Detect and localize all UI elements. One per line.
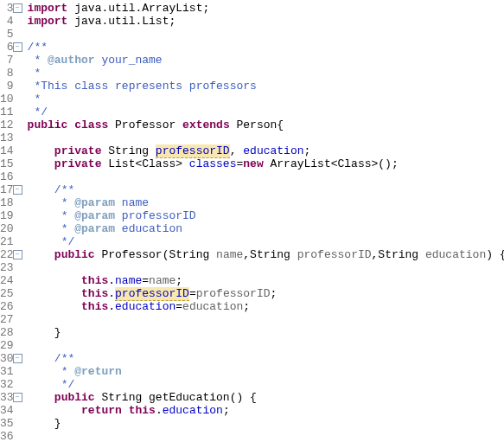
line-number: 36 [0,430,16,442]
code-token [28,222,54,235]
code-line[interactable]: public class Professor extends Person{ [28,119,504,131]
line-number: 3− [0,2,16,15]
code-token: * [54,196,74,209]
code-line[interactable]: /** [28,183,504,196]
code-token: import [28,15,68,28]
code-line[interactable]: * @author your_name [28,54,504,67]
code-token [28,391,54,404]
code-line[interactable]: */ [28,378,504,391]
code-token: /** [54,183,74,196]
code-line[interactable]: } [28,417,504,430]
code-token: * [28,67,41,80]
code-token [28,300,81,313]
code-token: @param [74,209,115,222]
code-token: education [163,404,223,417]
line-number: 14 [0,144,16,157]
code-token: classes [189,157,237,170]
code-line[interactable] [28,261,504,274]
code-line[interactable]: return this.education; [28,404,504,417]
line-number: 33− [0,391,16,404]
fold-toggle-icon[interactable]: − [13,42,22,52]
code-line[interactable]: private List<Class> classes=new ArrayLis… [28,157,504,170]
fold-toggle-icon[interactable]: − [13,354,22,363]
line-number: 30− [0,352,16,365]
code-token [28,196,54,209]
code-token: public [28,119,68,131]
code-token: * [54,365,74,378]
code-line[interactable]: * [28,67,504,80]
code-line[interactable] [28,131,504,144]
code-line[interactable]: /** [28,41,504,54]
code-token: education [182,300,243,313]
code-token: . [108,287,115,300]
code-token: professorID [297,248,372,261]
code-token: */ [54,378,74,391]
line-number: 10 [0,93,16,106]
code-token: name [216,248,243,261]
code-line[interactable]: } [28,326,504,339]
fold-toggle-icon[interactable]: − [13,393,22,402]
code-line[interactable]: *This class represents professors [28,80,504,93]
code-line[interactable]: */ [28,106,504,119]
code-line[interactable]: /** [28,352,504,365]
code-line[interactable]: * @param education [28,222,504,235]
code-token: education [115,222,182,235]
code-line[interactable]: * @return [28,365,504,378]
code-token: List<Class> [101,157,188,170]
code-line[interactable] [28,339,504,352]
code-token: this [81,287,108,300]
line-number: 35 [0,417,16,430]
code-line[interactable]: this.education=education; [28,300,504,313]
code-line[interactable]: * @param name [28,196,504,209]
code-line[interactable] [28,170,504,183]
line-number: 15 [0,157,16,170]
code-area[interactable]: import java.util.ArrayList;import java.u… [16,0,504,442]
code-token: ; [223,404,230,417]
code-line[interactable]: */ [28,235,504,248]
code-token: name [115,274,142,287]
line-number: 17− [0,183,16,196]
code-token: Person{ [230,119,284,131]
code-token: professorID [115,287,189,301]
code-token: ) { [486,248,504,261]
line-number: 23 [0,261,16,274]
code-line[interactable] [28,28,504,41]
code-token: education [425,248,486,261]
code-line[interactable] [28,430,504,442]
code-token [28,378,54,391]
code-line[interactable]: * @param professorID [28,209,504,222]
code-token: professorID [196,287,271,300]
code-line[interactable]: private String professorID, education; [28,144,504,157]
code-line[interactable]: this.name=name; [28,274,504,287]
code-token: new [243,157,263,170]
code-token: /** [54,352,74,365]
code-line[interactable]: import java.util.List; [28,15,504,28]
line-number: 9 [0,80,16,93]
line-number: 11 [0,106,16,119]
line-number: 8 [0,67,16,80]
code-token: Professor(String [95,248,216,261]
code-token: ; [304,144,311,157]
code-line[interactable] [28,313,504,326]
code-token: ,String [243,248,297,261]
code-token: *This class represents professors [28,80,257,93]
code-token [122,404,129,417]
code-line[interactable]: this.professorID=professorID; [28,287,504,300]
code-token [28,274,81,287]
code-line[interactable]: import java.util.ArrayList; [28,2,504,15]
code-line[interactable]: public Professor(String name,String prof… [28,248,504,261]
code-line[interactable]: public String getEducation() { [28,391,504,404]
line-number: 20 [0,222,16,235]
code-token [28,404,81,417]
code-token: ArrayList<Class>(); [264,157,399,170]
line-number: 16 [0,170,16,183]
code-line[interactable]: * [28,93,504,106]
fold-toggle-icon[interactable]: − [13,250,22,259]
fold-toggle-icon[interactable]: − [13,3,22,13]
fold-toggle-icon[interactable]: − [13,185,22,195]
code-token: */ [28,106,48,119]
code-token: @return [74,365,122,378]
code-editor[interactable]: 3−456−7891011121314151617−1819202122−232… [0,0,504,442]
line-number: 27 [0,313,16,326]
code-token: java.util.ArrayList; [67,2,209,15]
